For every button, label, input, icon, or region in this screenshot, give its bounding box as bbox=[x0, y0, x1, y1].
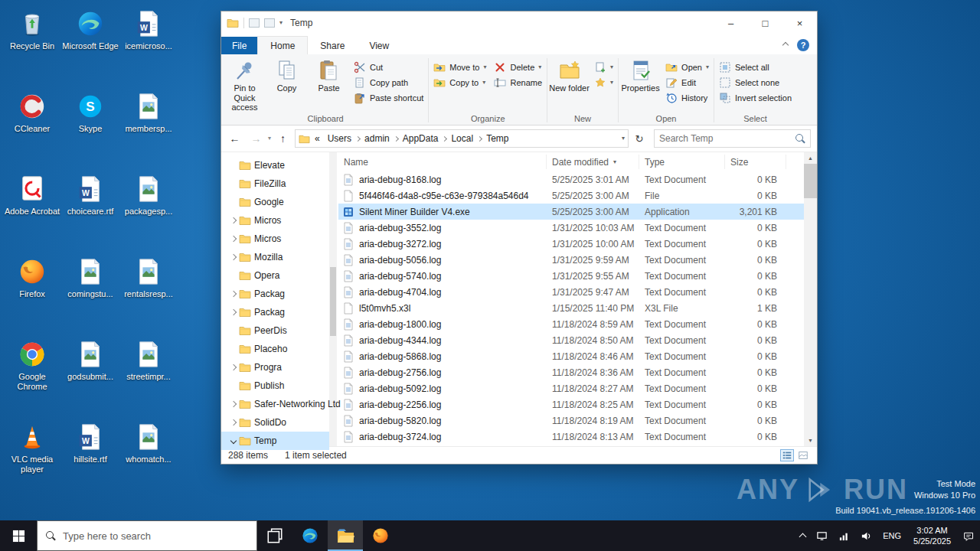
desktop-icon[interactable]: packagesp... bbox=[119, 168, 178, 251]
desktop-icon[interactable]: Microsoft Edge bbox=[61, 3, 119, 86]
file-row[interactable]: aria-debug-5868.log11/18/2024 8:46 AMTex… bbox=[338, 348, 804, 364]
collapse-ribbon-icon[interactable] bbox=[782, 42, 789, 48]
column-header-name[interactable]: Name bbox=[338, 155, 547, 169]
file-row[interactable]: 5f446f46-d4a8-c95e-c63e-979384a546d45/25… bbox=[338, 187, 804, 204]
nav-item[interactable]: Progra bbox=[221, 358, 329, 377]
desktop-icon[interactable]: membersp... bbox=[119, 86, 178, 168]
tray-network-button[interactable] bbox=[833, 520, 855, 551]
nav-item[interactable]: Google bbox=[221, 193, 329, 211]
maximize-button[interactable]: □ bbox=[748, 11, 782, 34]
tab-share[interactable]: Share bbox=[308, 37, 357, 54]
search-input[interactable] bbox=[659, 133, 795, 144]
back-button[interactable]: ← bbox=[225, 129, 244, 148]
desktop-icon[interactable]: comingstu... bbox=[61, 251, 119, 334]
file-row[interactable]: aria-debug-3272.log1/31/2025 10:00 AMTex… bbox=[338, 236, 804, 252]
task-view-button[interactable] bbox=[257, 520, 292, 551]
nav-item[interactable]: Publish bbox=[221, 377, 329, 395]
copy-to-button[interactable]: Copy to ▾ bbox=[430, 75, 490, 90]
file-row[interactable]: l5t0mvh5.x3l1/15/2025 11:40 PMX3L File1 … bbox=[338, 300, 804, 316]
desktop-icon[interactable]: whomatch... bbox=[119, 416, 178, 499]
tray-expand-button[interactable] bbox=[795, 520, 811, 551]
refresh-icon[interactable]: ↻ bbox=[631, 133, 648, 145]
chevron-right-icon[interactable] bbox=[230, 217, 237, 223]
list-scrollbar[interactable]: ▲ ▼ bbox=[804, 152, 817, 446]
chevron-right-icon[interactable] bbox=[230, 236, 237, 242]
copy-button[interactable]: Copy bbox=[266, 56, 308, 93]
cut-button[interactable]: Cut bbox=[350, 60, 427, 75]
chevron-right-icon[interactable] bbox=[230, 309, 237, 315]
filter-chevron-icon[interactable]: ▾ bbox=[613, 159, 616, 165]
invert-selection-button[interactable]: Invert selection bbox=[715, 90, 795, 106]
nav-item[interactable]: Placeho bbox=[221, 340, 329, 358]
close-button[interactable]: × bbox=[782, 11, 817, 34]
delete-button[interactable]: Delete ▾ bbox=[490, 60, 546, 75]
breadcrumb-overflow[interactable]: « bbox=[312, 133, 323, 144]
chevron-right-icon[interactable] bbox=[230, 419, 237, 425]
file-row[interactable]: aria-debug-1800.log11/18/2024 8:59 AMTex… bbox=[338, 316, 804, 332]
file-row[interactable]: aria-debug-8168.log5/25/2025 3:01 AMText… bbox=[338, 171, 804, 187]
recent-locations-chevron-icon[interactable]: ▾ bbox=[268, 135, 271, 142]
nav-item[interactable]: Safer-Networking Ltd bbox=[221, 395, 329, 413]
chevron-down-icon[interactable] bbox=[230, 438, 237, 444]
desktop-icon[interactable]: VLC media player bbox=[3, 416, 61, 499]
taskbar-clock[interactable]: 3:02 AM 5/25/2025 bbox=[906, 525, 958, 547]
taskbar-edge-button[interactable] bbox=[292, 520, 328, 551]
nav-scrollbar-thumb[interactable] bbox=[330, 267, 336, 336]
column-header-type[interactable]: Type bbox=[639, 155, 725, 169]
chevron-right-icon[interactable] bbox=[230, 254, 237, 260]
desktop-icon[interactable]: godsubmit... bbox=[61, 334, 119, 416]
open-button[interactable]: Open ▾ bbox=[662, 60, 713, 75]
new-folder-button[interactable]: New folder bbox=[548, 56, 590, 93]
file-row[interactable]: aria-debug-3724.log11/18/2024 8:13 AMTex… bbox=[338, 429, 804, 445]
thumbnail-view-button[interactable] bbox=[796, 449, 810, 461]
chevron-right-icon[interactable] bbox=[230, 401, 237, 407]
address-chevron-icon[interactable]: ▾ bbox=[622, 135, 625, 142]
address-box[interactable]: « Users admin AppData Local Temp ▾ bbox=[295, 129, 629, 148]
breadcrumb-temp[interactable]: Temp bbox=[483, 133, 511, 144]
nav-item[interactable]: Temp bbox=[221, 432, 329, 450]
file-row[interactable]: aria-debug-2256.log11/18/2024 8:25 AMTex… bbox=[338, 396, 804, 412]
properties-button[interactable]: Properties bbox=[619, 56, 662, 93]
file-row[interactable]: aria-debug-2756.log11/18/2024 8:36 AMTex… bbox=[338, 364, 804, 380]
history-button[interactable]: History bbox=[662, 90, 713, 106]
select-none-button[interactable]: Select none bbox=[715, 75, 795, 90]
nav-item[interactable]: Packag bbox=[221, 303, 329, 321]
tray-volume-button[interactable] bbox=[855, 520, 877, 551]
nav-item[interactable]: Packag bbox=[221, 285, 329, 303]
nav-item[interactable]: Micros bbox=[221, 230, 329, 248]
paste-shortcut-button[interactable]: Paste shortcut bbox=[350, 90, 427, 106]
desktop-icon[interactable]: Google Chrome bbox=[3, 334, 61, 416]
desktop-icon[interactable]: Firefox bbox=[3, 251, 61, 334]
rename-button[interactable]: Rename bbox=[490, 75, 546, 90]
start-button[interactable] bbox=[0, 520, 37, 551]
edit-button[interactable]: Edit bbox=[662, 75, 713, 90]
taskbar-file-explorer-button[interactable] bbox=[328, 520, 363, 551]
file-row[interactable]: aria-debug-5056.log1/31/2025 9:59 AMText… bbox=[338, 252, 804, 268]
nav-item[interactable]: Elevate bbox=[221, 156, 329, 174]
breadcrumb-appdata[interactable]: AppData bbox=[400, 133, 442, 144]
taskbar-firefox-button[interactable] bbox=[363, 520, 398, 551]
file-row[interactable]: aria-debug-5740.log1/31/2025 9:55 AMText… bbox=[338, 268, 804, 284]
column-header-size[interactable]: Size bbox=[725, 155, 786, 169]
up-button[interactable]: ↑ bbox=[273, 129, 292, 148]
tab-view[interactable]: View bbox=[357, 37, 401, 54]
file-row[interactable]: aria-debug-5092.log11/18/2024 8:27 AMTex… bbox=[338, 380, 804, 396]
tray-monitor-button[interactable] bbox=[811, 520, 833, 551]
action-center-button[interactable] bbox=[958, 520, 980, 551]
easy-access-button[interactable]: ▾ bbox=[590, 75, 617, 90]
nav-item[interactable]: Mozilla bbox=[221, 248, 329, 266]
desktop-icon[interactable]: Wicemicroso... bbox=[119, 3, 178, 86]
file-row[interactable]: aria-debug-4344.log11/18/2024 8:50 AMTex… bbox=[338, 332, 804, 348]
file-row[interactable]: aria-debug-3552.log1/31/2025 10:03 AMTex… bbox=[338, 220, 804, 236]
qat-properties-icon[interactable] bbox=[249, 18, 260, 28]
taskbar-search[interactable]: Type here to search bbox=[37, 520, 257, 551]
help-icon[interactable]: ? bbox=[797, 39, 809, 51]
desktop-icon[interactable]: Wchoiceare.rtf bbox=[61, 168, 119, 251]
chevron-right-icon[interactable] bbox=[230, 291, 237, 297]
file-row[interactable]: aria-debug-4704.log1/31/2025 9:47 AMText… bbox=[338, 284, 804, 300]
new-item-button[interactable]: ▾ bbox=[590, 60, 617, 75]
move-to-button[interactable]: Move to ▾ bbox=[430, 60, 490, 75]
forward-button[interactable]: → bbox=[247, 129, 266, 148]
scroll-up-icon[interactable]: ▲ bbox=[804, 152, 817, 164]
nav-item[interactable]: Micros bbox=[221, 211, 329, 230]
